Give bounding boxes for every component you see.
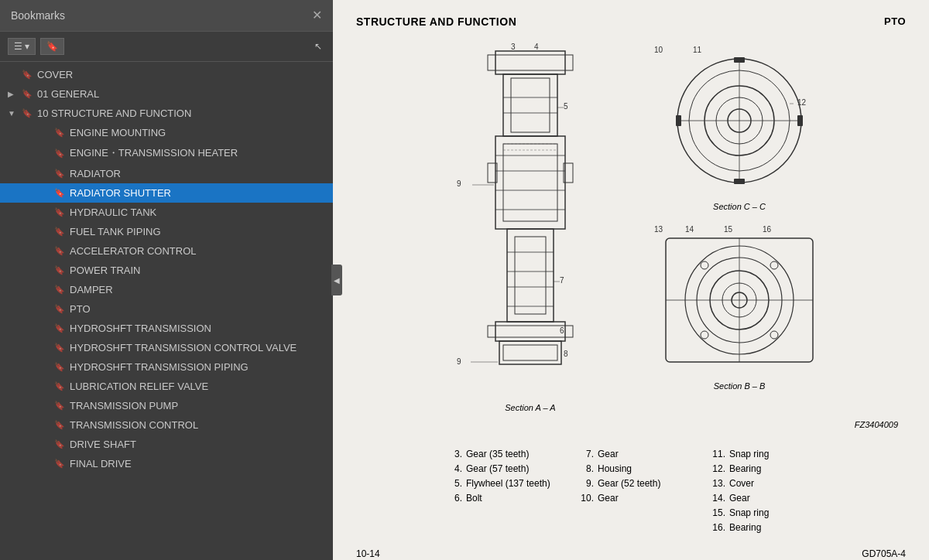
- bookmark-icon: 🔖: [54, 343, 65, 353]
- part-item: 11.Snap ring: [708, 449, 817, 459]
- bookmark-icon: 🔖: [54, 188, 65, 198]
- part-item: 3.Gear (35 teeth): [445, 449, 554, 459]
- bookmark-tool-button[interactable]: 🔖: [40, 38, 64, 55]
- svg-rect-52: [734, 179, 745, 184]
- part-label: Snap ring: [729, 507, 769, 518]
- bookmark-label: 01 GENERAL: [37, 88, 327, 100]
- part-item: 16.Bearing: [708, 522, 817, 533]
- bookmark-label: RADIATOR: [70, 168, 327, 179]
- part-number: 4.: [445, 463, 462, 474]
- bookmark-item-engine-mounting[interactable]: 🔖ENGINE MOUNTING: [0, 123, 333, 142]
- parts-col-1: 3.Gear (35 teeth)4.Gear (57 teeth)5.Flyw…: [445, 449, 554, 533]
- section-b-caption: Section B – B: [714, 381, 766, 391]
- bookmark-item-engine-transmission[interactable]: 🔖ENGINE・TRANSMISSION HEATER: [0, 142, 333, 164]
- page-footer: 10-14 GD705A-4: [356, 548, 906, 559]
- expand-all-button[interactable]: ☰ ▾: [8, 38, 36, 55]
- bookmark-item-hydroshft-piping[interactable]: 🔖HYDROSHFT TRANSMISSION PIPING: [0, 357, 333, 377]
- bookmark-label: HYDROSHFT TRANSMISSION: [70, 323, 327, 334]
- svg-text:7: 7: [560, 276, 564, 285]
- bookmark-icon: 🔖: [54, 169, 65, 179]
- bookmark-item-hydroshft-control-valve[interactable]: 🔖HYDROSHFT TRANSMISSION CONTROL VALVE: [0, 338, 333, 357]
- bookmark-item-power-train[interactable]: 🔖POWER TRAIN: [0, 261, 333, 280]
- section-c-svg: 10 11 12: [650, 43, 828, 198]
- svg-text:5: 5: [564, 102, 568, 111]
- part-item: 13.Cover: [708, 478, 817, 489]
- main-content: STRUCTURE AND FUNCTION PTO 3 4: [333, 0, 929, 560]
- part-label: Gear: [729, 493, 750, 504]
- expand-arrow-icon: ▾: [25, 41, 29, 52]
- collapse-handle[interactable]: ◀: [331, 265, 342, 295]
- part-number: 13.: [708, 478, 725, 489]
- part-label: Gear: [598, 493, 619, 504]
- bookmark-label: FINAL DRIVE: [70, 458, 327, 470]
- expand-arrow-icon: ▶: [8, 90, 17, 98]
- bookmark-icon: 🔖: [54, 304, 65, 314]
- section-a-caption: Section A – A: [505, 403, 555, 412]
- part-label: Snap ring: [729, 449, 769, 459]
- svg-point-65: [701, 261, 708, 269]
- part-item: 12.Bearing: [708, 463, 817, 474]
- bookmark-item-drive-shaft[interactable]: 🔖DRIVE SHAFT: [0, 435, 333, 454]
- bookmark-label: ACCELERATOR CONTROL: [70, 245, 327, 257]
- bookmark-icon: 🔖: [54, 381, 65, 391]
- bookmark-item-transmission-control[interactable]: 🔖TRANSMISSION CONTROL: [0, 415, 333, 435]
- bookmark-label: 10 STRUCTURE AND FUNCTION: [37, 108, 327, 119]
- bookmark-icon: 🔖: [54, 246, 65, 256]
- part-label: Gear (57 teeth): [466, 463, 529, 474]
- bookmark-item-cover[interactable]: 🔖COVER: [0, 65, 333, 84]
- part-number: 10.: [577, 493, 594, 504]
- part-number: 11.: [708, 449, 725, 459]
- close-button[interactable]: ✕: [312, 9, 322, 22]
- bookmark-icon: 🔖: [54, 323, 65, 333]
- bookmark-icon: 🔖: [54, 227, 65, 237]
- bookmark-label: DRIVE SHAFT: [70, 439, 327, 450]
- part-label: Gear: [598, 449, 619, 459]
- bookmark-label: HYDROSHFT TRANSMISSION PIPING: [70, 361, 327, 373]
- bookmark-item-radiator[interactable]: 🔖RADIATOR: [0, 164, 333, 183]
- parts-list: 3.Gear (35 teeth)4.Gear (57 teeth)5.Flyw…: [356, 449, 906, 533]
- svg-text:11: 11: [693, 46, 702, 54]
- bookmark-item-pto[interactable]: 🔖PTO: [0, 299, 333, 319]
- bookmark-label: RADIATOR SHUTTER: [70, 187, 327, 199]
- bookmark-icon: 🔖: [54, 285, 65, 295]
- bookmark-label: ENGINE MOUNTING: [70, 127, 327, 138]
- bookmark-item-hydraulic-tank[interactable]: 🔖HYDRAULIC TANK: [0, 203, 333, 222]
- svg-rect-21: [515, 237, 546, 314]
- bookmark-item-structure[interactable]: ▼🔖10 STRUCTURE AND FUNCTION: [0, 104, 333, 123]
- bookmark-label: HYDRAULIC TANK: [70, 207, 327, 218]
- svg-text:16: 16: [763, 225, 772, 234]
- bookmark-icon: 🔖: [54, 149, 65, 159]
- diagram-section-c: 10 11 12: [650, 43, 828, 211]
- diagram-section-a: 3 4 5: [434, 43, 627, 412]
- expand-arrow-icon: ▼: [8, 109, 17, 118]
- part-label: Gear (52 teeth): [598, 478, 660, 489]
- section-sub: PTO: [884, 15, 906, 27]
- svg-text:12: 12: [797, 98, 807, 107]
- page-number: 10-14: [356, 548, 380, 559]
- bookmark-item-general[interactable]: ▶🔖01 GENERAL: [0, 84, 333, 104]
- bookmark-item-transmission-pump[interactable]: 🔖TRANSMISSION PUMP: [0, 396, 333, 415]
- bookmark-item-damper[interactable]: 🔖DAMPER: [0, 280, 333, 299]
- svg-point-68: [770, 331, 778, 339]
- part-number: 5.: [445, 478, 462, 489]
- collapse-arrow-icon: ◀: [334, 276, 340, 285]
- bookmark-label: HYDROSHFT TRANSMISSION CONTROL VALVE: [70, 342, 327, 353]
- bookmark-icon: 🔖: [54, 439, 65, 449]
- svg-point-66: [770, 261, 778, 269]
- bookmark-item-radiator-shutter[interactable]: 🔖RADIATOR SHUTTER: [0, 183, 333, 203]
- bookmark-item-hydroshft-transmission[interactable]: 🔖HYDROSHFT TRANSMISSION: [0, 319, 333, 338]
- part-number: 8.: [577, 463, 594, 474]
- bookmark-item-final-drive[interactable]: 🔖FINAL DRIVE: [0, 454, 333, 473]
- bookmark-label: POWER TRAIN: [70, 265, 327, 276]
- part-label: Bearing: [729, 463, 761, 474]
- part-number: 3.: [445, 449, 462, 459]
- part-item: 14.Gear: [708, 493, 817, 504]
- bookmark-item-lubrication-relief[interactable]: 🔖LUBRICATION RELIEF VALVE: [0, 377, 333, 396]
- part-item: 9.Gear (52 teeth): [577, 478, 685, 489]
- svg-rect-20: [507, 229, 554, 322]
- svg-text:15: 15: [724, 225, 733, 234]
- bookmark-icon: 🔖: [54, 401, 65, 411]
- bookmark-item-fuel-tank-piping[interactable]: 🔖FUEL TANK PIPING: [0, 222, 333, 241]
- bookmark-item-accelerator-control[interactable]: 🔖ACCELERATOR CONTROL: [0, 241, 333, 261]
- bookmarks-list[interactable]: 🔖COVER▶🔖01 GENERAL▼🔖10 STRUCTURE AND FUN…: [0, 62, 333, 560]
